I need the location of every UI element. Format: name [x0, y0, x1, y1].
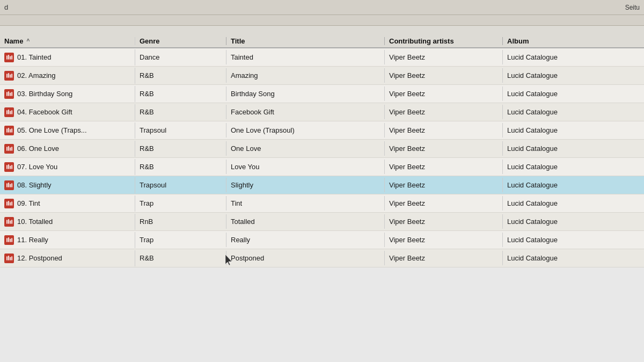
- cell-title-7: Love You: [226, 160, 385, 174]
- music-icon-7: [4, 162, 14, 172]
- cell-album-2: Lucid Catalogue: [503, 68, 644, 83]
- scrollbar-area[interactable]: [0, 15, 644, 26]
- svg-rect-33: [8, 201, 9, 205]
- top-bar-text: d: [4, 3, 8, 11]
- track-name-4: 04. Facebook Gift: [17, 108, 72, 116]
- svg-rect-11: [11, 92, 12, 96]
- table-body: 01. Tainted Dance Tainted Viper Beetz Lu…: [0, 48, 644, 267]
- cell-genre-11: Trap: [135, 233, 226, 247]
- column-header-artists[interactable]: Contributing artists: [385, 37, 503, 45]
- svg-rect-26: [10, 165, 11, 169]
- svg-rect-3: [11, 55, 12, 59]
- music-icon-6: [4, 144, 14, 154]
- cell-genre-10: RnB: [135, 214, 226, 229]
- table-container: Name ^ Genre Title Contributing artists …: [0, 26, 644, 267]
- svg-rect-25: [8, 164, 9, 169]
- cell-genre-7: R&B: [135, 160, 226, 174]
- svg-rect-29: [8, 183, 9, 187]
- top-bar-right: Seitu: [625, 4, 640, 11]
- cell-album-8: Lucid Catalogue: [503, 178, 644, 192]
- svg-rect-27: [11, 165, 12, 169]
- column-header-album[interactable]: Album: [503, 37, 644, 45]
- svg-rect-6: [10, 74, 11, 77]
- track-name-10: 10. Totalled: [17, 218, 53, 226]
- cell-album-10: Lucid Catalogue: [503, 214, 644, 229]
- svg-rect-10: [10, 92, 11, 96]
- track-name-7: 07. Love You: [17, 163, 57, 171]
- svg-rect-37: [8, 219, 9, 223]
- svg-rect-44: [6, 256, 8, 260]
- track-name-3: 03. Birthday Song: [17, 90, 72, 98]
- track-name-1: 01. Tainted: [17, 53, 51, 61]
- table-row[interactable]: 06. One Love R&B One Love Viper Beetz Lu…: [0, 140, 644, 158]
- svg-rect-1: [8, 55, 9, 59]
- svg-rect-16: [6, 128, 8, 132]
- music-icon-2: [4, 71, 14, 81]
- cell-genre-2: R&B: [135, 68, 226, 83]
- cell-artists-10: Viper Beetz: [385, 214, 503, 229]
- svg-rect-24: [6, 165, 8, 169]
- svg-rect-15: [11, 110, 12, 114]
- cell-album-11: Lucid Catalogue: [503, 233, 644, 247]
- cell-name-10: 10. Totalled: [0, 214, 135, 230]
- music-icon-8: [4, 180, 14, 190]
- cell-title-9: Tint: [226, 196, 385, 211]
- music-icon-1: [4, 53, 14, 62]
- cell-artists-4: Viper Beetz: [385, 105, 503, 119]
- track-name-11: 11. Really: [17, 236, 48, 244]
- svg-rect-43: [11, 238, 12, 242]
- svg-rect-42: [10, 238, 11, 242]
- svg-rect-20: [6, 147, 8, 150]
- cell-album-3: Lucid Catalogue: [503, 86, 644, 101]
- column-header-title[interactable]: Title: [226, 37, 385, 45]
- table-row[interactable]: 05. One Love (Traps... Trapsoul One Love…: [0, 121, 644, 140]
- table-row[interactable]: 08. Slightly Trapsoul Slightly Viper Bee…: [0, 176, 644, 194]
- svg-rect-40: [6, 238, 8, 242]
- cell-title-12: Postponed: [226, 251, 385, 265]
- table-row[interactable]: 02. Amazing R&B Amazing Viper Beetz Luci…: [0, 67, 644, 85]
- column-header-genre[interactable]: Genre: [135, 37, 226, 45]
- table-row[interactable]: 12. Postponed R&B Postponed Viper Beetz …: [0, 249, 644, 267]
- cell-genre-12: R&B: [135, 251, 226, 265]
- table-row[interactable]: 07. Love You R&B Love You Viper Beetz Lu…: [0, 158, 644, 176]
- cell-album-9: Lucid Catalogue: [503, 196, 644, 211]
- svg-rect-45: [8, 256, 9, 260]
- music-icon-11: [4, 235, 14, 245]
- cell-album-5: Lucid Catalogue: [503, 123, 644, 137]
- svg-rect-34: [10, 202, 11, 205]
- cell-genre-8: Trapsoul: [135, 178, 226, 192]
- svg-rect-4: [6, 74, 8, 77]
- cell-name-12: 12. Postponed: [0, 250, 135, 266]
- cell-artists-8: Viper Beetz: [385, 178, 503, 192]
- cell-title-5: One Love (Trapsoul): [226, 123, 385, 137]
- column-header-name[interactable]: Name ^: [0, 37, 135, 45]
- music-icon-3: [4, 89, 14, 99]
- cell-title-3: Birthday Song: [226, 86, 385, 101]
- cell-album-4: Lucid Catalogue: [503, 105, 644, 119]
- table-row[interactable]: 01. Tainted Dance Tainted Viper Beetz Lu…: [0, 48, 644, 67]
- music-icon-12: [4, 254, 14, 263]
- svg-rect-30: [10, 184, 11, 187]
- svg-rect-38: [10, 220, 11, 223]
- table-row[interactable]: 03. Birthday Song R&B Birthday Song Vipe…: [0, 85, 644, 103]
- cell-name-5: 05. One Love (Traps...: [0, 122, 135, 139]
- table-row[interactable]: 10. Totalled RnB Totalled Viper Beetz Lu…: [0, 213, 644, 231]
- sort-arrow-name: ^: [26, 38, 30, 44]
- svg-rect-7: [11, 74, 12, 77]
- track-name-2: 02. Amazing: [17, 71, 56, 79]
- cell-genre-9: Trap: [135, 196, 226, 211]
- cell-artists-2: Viper Beetz: [385, 68, 503, 83]
- svg-rect-17: [8, 128, 9, 132]
- svg-rect-8: [6, 92, 8, 96]
- svg-rect-2: [10, 56, 11, 59]
- svg-rect-31: [11, 183, 12, 187]
- svg-rect-23: [11, 147, 12, 150]
- cell-name-2: 02. Amazing: [0, 68, 135, 84]
- table-row[interactable]: 04. Facebook Gift R&B Facebook Gift Vipe…: [0, 103, 644, 121]
- top-bar: d Seitu: [0, 0, 644, 15]
- svg-rect-46: [10, 257, 11, 260]
- table-row[interactable]: 09. Tint Trap Tint Viper Beetz Lucid Cat…: [0, 194, 644, 213]
- cell-artists-7: Viper Beetz: [385, 160, 503, 174]
- table-row[interactable]: 11. Really Trap Really Viper Beetz Lucid…: [0, 231, 644, 249]
- cell-name-1: 01. Tainted: [0, 49, 135, 66]
